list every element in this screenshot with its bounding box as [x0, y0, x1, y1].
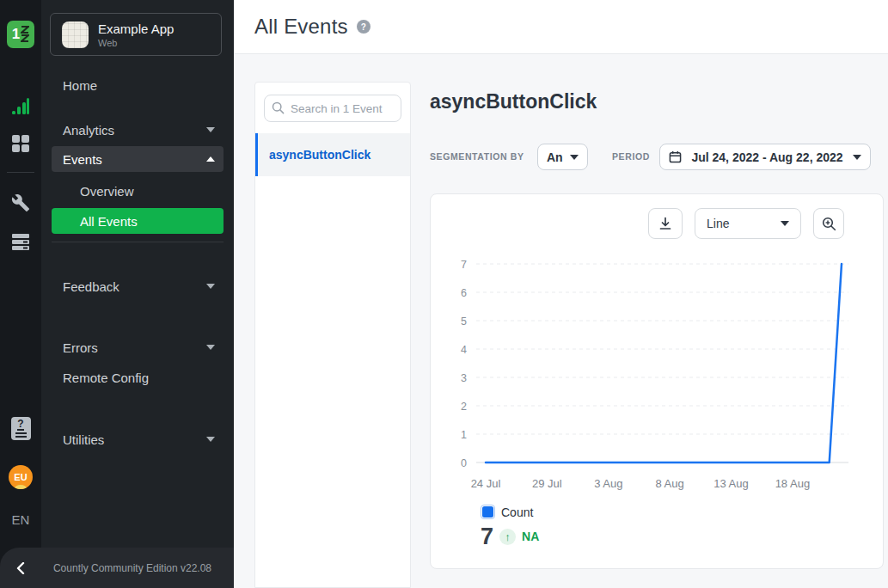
help-icon[interactable]: ? — [357, 20, 371, 34]
sidebar-divider — [52, 242, 224, 242]
sidebar-item-errors[interactable]: Errors — [52, 334, 224, 360]
language-label: EN — [12, 512, 30, 527]
logo-glyph: 1 — [12, 26, 20, 43]
avatar-initials: EU — [14, 472, 27, 482]
legend-series-toggle[interactable]: Count — [481, 505, 539, 519]
svg-text:24 Jul: 24 Jul — [471, 477, 501, 490]
chart-toolbar: Line — [648, 208, 844, 239]
user-avatar[interactable]: EU — [0, 463, 41, 491]
sidebar-item-events[interactable]: Events — [52, 146, 224, 172]
sidebar-item-remote-config[interactable]: Remote Config — [52, 364, 224, 390]
chevron-down-icon — [206, 345, 215, 350]
legend-value-row: 7 ↑ NA — [481, 524, 539, 548]
app-selector[interactable]: Example App Web — [50, 13, 222, 56]
event-list-panel: asyncButtonClick — [254, 82, 411, 588]
sidebar-item-label: Home — [63, 78, 215, 93]
sidebar-item-analytics[interactable]: Analytics — [52, 117, 224, 143]
svg-text:8 Aug: 8 Aug — [656, 477, 684, 490]
avatar-initials-badge: EU — [9, 465, 33, 489]
segmentation-select[interactable]: An — [537, 144, 588, 170]
legend-series-label: Count — [501, 505, 533, 519]
download-chart-button[interactable] — [648, 208, 683, 239]
chevron-down-icon — [206, 284, 215, 289]
svg-text:13 Aug: 13 Aug — [713, 477, 749, 490]
svg-text:0: 0 — [461, 457, 467, 469]
period-picker[interactable]: Jul 24, 2022 - Aug 22, 2022 — [659, 144, 871, 170]
period-label: PERIOD — [612, 151, 650, 162]
sidebar-footer: Countly Community Edition v22.08 — [0, 548, 234, 588]
sidebar-item-label: Events — [63, 152, 206, 167]
language-switcher[interactable]: EN — [0, 505, 41, 533]
chevron-left-icon — [15, 562, 26, 574]
legend-total-value: 7 — [481, 524, 493, 548]
line-chart[interactable]: 0123456724 Jul29 Jul3 Aug8 Aug13 Aug18 A… — [431, 251, 885, 509]
countly-logo-icon[interactable]: 1 — [7, 21, 34, 48]
sidebar-item-label: Analytics — [63, 123, 206, 138]
svg-text:6: 6 — [461, 287, 467, 299]
event-name: asyncButtonClick — [269, 148, 371, 162]
event-search-input[interactable] — [264, 95, 401, 122]
chevron-down-icon — [781, 221, 789, 226]
chevron-down-icon — [853, 155, 861, 160]
docs-help-icon[interactable]: ? — [0, 414, 41, 442]
sidebar-item-feedback[interactable]: Feedback — [52, 273, 224, 299]
event-search — [264, 95, 401, 122]
chevron-down-icon — [206, 437, 215, 442]
server-stack-icon[interactable] — [0, 228, 41, 255]
collapse-sidebar-button[interactable] — [0, 548, 41, 588]
download-icon — [658, 217, 672, 230]
countly-dashboard: 1 — [0, 0, 888, 588]
svg-text:7: 7 — [461, 259, 467, 271]
checkbox-checked-icon — [481, 505, 495, 519]
trend-up-icon: ↑ — [499, 529, 516, 545]
sidebar-item-label: Overview — [80, 184, 215, 199]
sidebar-item-home[interactable]: Home — [52, 72, 224, 98]
content-area: asyncButtonClick asyncButtonClick SEGMEN… — [234, 54, 888, 588]
app-type: Web — [98, 38, 174, 48]
event-detail: asyncButtonClick SEGMENTATION BY An PERI… — [430, 54, 888, 588]
magnifier-plus-icon — [822, 217, 836, 231]
main-sidebar: Example App Web Home Analytics Events Ov… — [41, 0, 234, 588]
svg-text:2: 2 — [461, 401, 467, 413]
svg-text:3: 3 — [461, 372, 467, 384]
app-meta: Example App Web — [98, 21, 174, 48]
search-icon — [272, 101, 285, 114]
apps-grid-icon[interactable] — [0, 130, 41, 157]
calendar-icon — [669, 150, 682, 163]
sidebar-item-overview[interactable]: Overview — [52, 178, 224, 204]
segmentation-label: SEGMENTATION BY — [430, 151, 524, 162]
svg-text:5: 5 — [461, 315, 467, 328]
svg-text:3 Aug: 3 Aug — [594, 477, 622, 490]
page-header: All Events ? — [234, 0, 888, 54]
analytics-bars-icon[interactable] — [0, 93, 41, 120]
sidebar-item-label: Remote Config — [63, 371, 215, 385]
chevron-down-icon — [206, 127, 215, 132]
page-title: All Events — [254, 15, 348, 39]
chart-type-value: Line — [707, 217, 781, 230]
sidebar-item-label: Errors — [63, 340, 206, 355]
chart-legend: Count 7 ↑ NA — [481, 505, 539, 548]
period-value: Jul 24, 2022 - Aug 22, 2022 — [691, 150, 842, 164]
sidebar-item-all-events[interactable]: All Events — [52, 208, 224, 234]
sidebar-item-label: Feedback — [63, 279, 206, 294]
svg-text:4: 4 — [461, 344, 467, 356]
logo-zigzag — [21, 26, 29, 43]
chart-card: Line 0123456724 Jul29 Jul3 Aug8 Aug13 Au… — [430, 193, 884, 569]
app-icon — [62, 21, 89, 48]
tools-wrench-icon[interactable] — [0, 189, 41, 217]
event-list-item-selected[interactable]: asyncButtonClick — [255, 133, 410, 176]
svg-text:1: 1 — [461, 429, 467, 441]
legend-change-value: NA — [522, 530, 539, 543]
icon-rail: 1 — [0, 0, 41, 588]
svg-text:18 Aug: 18 Aug — [775, 477, 811, 490]
chart-type-select[interactable]: Line — [695, 208, 801, 239]
segmentation-value: An — [547, 150, 563, 164]
zoom-in-button[interactable] — [813, 208, 844, 239]
chevron-down-icon — [570, 155, 579, 160]
svg-text:29 Jul: 29 Jul — [532, 477, 562, 490]
app-name: Example App — [98, 21, 174, 36]
chevron-up-icon — [206, 156, 215, 162]
sidebar-item-utilities[interactable]: Utilities — [52, 426, 224, 452]
docs-help-glyph: ? — [11, 417, 31, 440]
rail-divider — [7, 172, 34, 173]
